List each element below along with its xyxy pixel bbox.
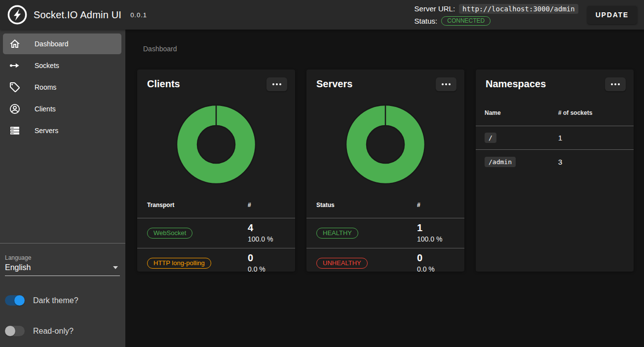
percent-value: 0.0 % [417,265,455,272]
sidebar-item-label: Sockets [35,62,59,69]
dark-theme-label: Dark theme? [33,296,78,305]
table-row: HTTP long-polling 0 0.0 % [137,248,295,272]
more-horiz-icon [272,83,281,85]
row-values: 0 0.0 % [417,252,455,272]
sidebar-nav: Dashboard Sockets Rooms [0,30,125,142]
app-title: Socket.IO Admin UI [34,9,121,21]
top-bar: Socket.IO Admin UI 0.0.1 Server URL: htt… [0,0,644,30]
breadcrumb: Dashboard [143,45,177,53]
dark-theme-toggle[interactable] [5,295,25,306]
namespace-chip: / [485,133,496,143]
readonly-row: Read-only? [5,326,120,336]
app-version: 0.0.1 [130,11,147,19]
chevron-down-icon [113,266,118,269]
percent-value: 100.0 % [417,235,455,244]
tag-icon [9,81,21,93]
toggle-thumb [5,326,15,336]
count-value: 0 [417,252,455,264]
namespaces-more-button[interactable] [605,77,626,91]
namespace-chip: /admin [485,157,516,167]
more-horiz-icon [442,83,451,85]
clients-more-button[interactable] [266,77,287,91]
clients-card-header: Clients [137,69,295,91]
column-transport: Transport [147,202,248,208]
sidebar-item-clients[interactable]: Clients [3,99,121,119]
sockets-count: 1 [558,134,625,142]
status-badge: CONNECTED [441,16,491,26]
websocket-badge: WebSocket [147,228,192,239]
servers-more-button[interactable] [436,77,456,91]
column-sockets: # of sockets [558,109,625,116]
count-value: 4 [248,222,285,234]
healthy-badge: HEALTHY [316,228,358,239]
table-row: / 1 [476,126,634,150]
sidebar-item-dashboard[interactable]: Dashboard [3,34,121,54]
table-row: HEALTHY 1 100.0 % [306,218,464,248]
servers-card: Servers Status # HEALTHY [306,69,464,272]
person-circle-icon [9,103,21,115]
clients-card-title: Clients [147,76,180,91]
dark-theme-row: Dark theme? [5,295,120,306]
clients-donut-chart [137,91,295,198]
row-values: 0 0.0 % [248,252,285,272]
percent-value: 0.0 % [248,265,285,272]
sidebar-settings: Language English Dark theme? Read-only? [0,243,125,347]
servers-table-header: Status # [306,198,464,218]
socketio-logo-icon [7,4,28,25]
update-button[interactable]: UPDATE [587,6,637,24]
language-select[interactable]: English [5,262,120,276]
sidebar-item-label: Rooms [35,83,56,91]
dashboard-cards: Clients Transport # WebSocket [137,69,634,272]
socket-arrow-icon [9,60,21,71]
language-value: English [5,263,31,272]
readonly-label: Read-only? [33,327,74,336]
count-value: 0 [248,252,285,264]
namespaces-card: Namespaces Name # of sockets / 1 /admin … [476,69,634,272]
sidebar-item-rooms[interactable]: Rooms [3,77,121,98]
namespaces-card-header: Namespaces [476,69,634,91]
main-content: Dashboard Clients Transport # [125,30,644,347]
row-values: 4 100.0 % [248,222,285,244]
http-polling-badge: HTTP long-polling [147,258,211,269]
count-value: 1 [417,222,455,234]
brand: Socket.IO Admin UI 0.0.1 [7,4,147,25]
server-url-label: Server URL: [415,4,455,13]
servers-card-header: Servers [306,69,464,91]
sidebar-item-label: Dashboard [35,40,69,48]
sidebar-item-label: Clients [35,105,56,113]
sidebar-item-sockets[interactable]: Sockets [3,55,121,76]
status-label: Status: [415,17,438,25]
home-icon [9,38,21,50]
server-rack-icon [9,125,21,137]
sockets-count: 3 [558,158,625,166]
sidebar-item-label: Servers [35,127,58,135]
namespaces-card-title: Namespaces [486,76,546,91]
toggle-thumb [14,295,25,306]
clients-card: Clients Transport # WebSocket [137,69,295,272]
readonly-toggle[interactable] [5,326,25,336]
status-row: Status: CONNECTED [415,16,491,26]
column-name: Name [485,109,558,116]
row-values: 1 100.0 % [417,222,455,244]
unhealthy-badge: UNHEALTHY [316,258,368,269]
namespaces-table-header: Name # of sockets [476,91,634,126]
servers-donut-chart [306,91,464,198]
clients-table-header: Transport # [137,198,295,218]
more-horiz-icon [611,83,620,85]
sidebar-item-servers[interactable]: Servers [3,120,121,141]
column-count: # [417,202,455,208]
percent-value: 100.0 % [248,235,285,244]
language-label: Language [5,254,120,261]
server-url-row: Server URL: http://localhost:3000/admin [415,4,578,14]
server-url-value: http://localhost:3000/admin [459,4,578,14]
sidebar: Dashboard Sockets Rooms [0,30,125,347]
column-status: Status [316,202,417,208]
servers-card-title: Servers [316,76,352,91]
column-count: # [248,202,285,208]
table-row: /admin 3 [476,150,634,174]
connection-info: Server URL: http://localhost:3000/admin … [415,4,578,26]
table-row: WebSocket 4 100.0 % [137,218,295,248]
table-row: UNHEALTHY 0 0.0 % [306,248,464,272]
